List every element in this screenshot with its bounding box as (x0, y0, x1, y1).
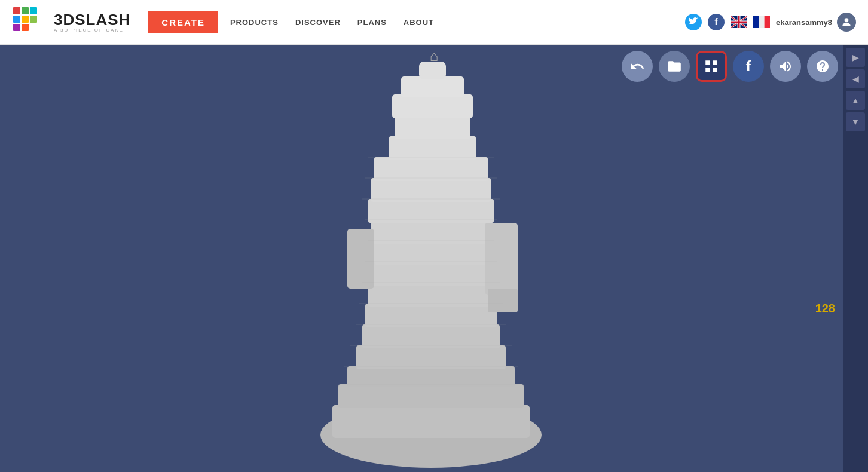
svg-point-12 (845, 18, 849, 22)
model-svg (255, 50, 613, 468)
logo-text-area: 3DSLASH A 3D PIECE OF CAKE (54, 12, 130, 33)
svg-rect-5 (22, 24, 29, 31)
username-label: ekaransammy8 (776, 18, 832, 27)
svg-rect-17 (356, 345, 506, 369)
right-nav: f ekaransammy8 (685, 13, 856, 32)
svg-rect-2 (13, 16, 20, 23)
vertical-tool-3[interactable]: ▲ (846, 91, 865, 110)
undo-button[interactable] (622, 51, 653, 82)
svg-rect-9 (753, 16, 759, 28)
svg-rect-33 (488, 289, 518, 312)
svg-rect-7 (30, 16, 37, 23)
main-content: ⌂ f (0, 45, 868, 472)
twitter-icon[interactable] (685, 14, 702, 30)
svg-rect-21 (371, 262, 494, 286)
nav-link-about[interactable]: ABOUT (404, 18, 434, 27)
logo-sub-text: A 3D PIECE OF CAKE (54, 27, 130, 33)
svg-rect-10 (759, 16, 764, 28)
nav-link-discover[interactable]: DISCOVER (295, 18, 341, 27)
svg-rect-11 (765, 16, 770, 28)
svg-rect-23 (371, 220, 491, 244)
folder-button[interactable] (659, 51, 690, 82)
facebook-button[interactable]: f (733, 51, 764, 82)
top-center-icon[interactable]: ⌂ (419, 48, 449, 66)
nav-links: PRODUCTS DISCOVER PLANS ABOUT (230, 18, 685, 27)
svg-rect-26 (374, 157, 488, 181)
volume-button[interactable] (770, 51, 801, 82)
help-button[interactable] (807, 51, 838, 82)
user-avatar[interactable] (837, 13, 856, 32)
svg-rect-22 (374, 241, 491, 265)
vertical-tool-2[interactable]: ◀ (846, 69, 865, 88)
svg-rect-19 (365, 304, 497, 327)
svg-rect-28 (395, 115, 470, 139)
grid-view-button[interactable] (696, 51, 727, 82)
france-flag-icon[interactable] (753, 16, 770, 28)
create-button[interactable]: CREATE (148, 11, 218, 33)
svg-rect-0 (13, 7, 20, 14)
logo-icon-svg (12, 6, 48, 39)
icons-row: f (622, 51, 838, 82)
svg-rect-14 (332, 405, 530, 438)
svg-rect-29 (392, 94, 473, 118)
svg-rect-18 (362, 324, 500, 348)
svg-rect-25 (371, 178, 491, 202)
facebook-nav-icon[interactable]: f (708, 14, 725, 30)
logo-area[interactable]: 3DSLASH A 3D PIECE OF CAKE (12, 6, 130, 39)
nav-link-products[interactable]: PRODUCTS (230, 18, 279, 27)
svg-rect-1 (22, 7, 29, 14)
vertical-tool-4[interactable]: ▼ (846, 112, 865, 131)
svg-rect-24 (368, 199, 494, 223)
navbar: 3DSLASH A 3D PIECE OF CAKE CREATE PRODUC… (0, 0, 868, 45)
user-area[interactable]: ekaransammy8 (776, 13, 856, 32)
nav-link-plans[interactable]: PLANS (357, 18, 387, 27)
logo-main-text: 3DSLASH (54, 12, 130, 27)
uk-flag-icon[interactable] (731, 16, 747, 28)
svg-rect-15 (338, 384, 524, 408)
vertical-toolbar: ▶ ◀ ▲ ▼ (843, 45, 868, 472)
svg-rect-30 (401, 76, 464, 97)
model-container[interactable] (0, 45, 868, 472)
svg-rect-34 (347, 229, 374, 289)
svg-rect-32 (485, 223, 518, 295)
svg-rect-4 (13, 24, 20, 31)
vertical-tool-1[interactable]: ▶ (846, 48, 865, 67)
svg-rect-6 (30, 7, 37, 14)
svg-rect-27 (389, 136, 476, 160)
svg-rect-3 (22, 16, 29, 23)
svg-rect-20 (368, 283, 494, 307)
